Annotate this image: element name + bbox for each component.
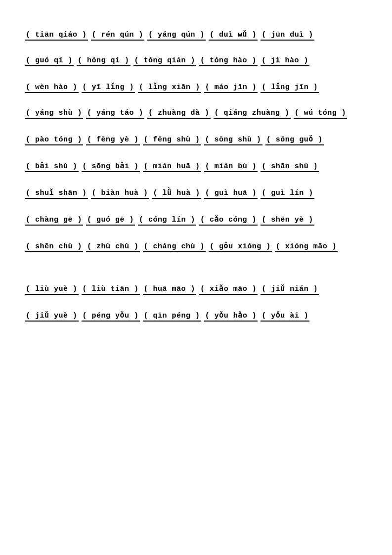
item-text-8-3: ( gǒu xióng ) <box>209 241 272 252</box>
item-3-3: ( qiáng zhuàng ) <box>214 109 291 119</box>
row-0: ( tiān qiáo )( rén qún )( yáng qún )( du… <box>25 30 367 43</box>
item-text-3-2: ( zhuàng dà ) <box>147 109 211 119</box>
item-text-3-1: ( yáng táo ) <box>86 109 144 119</box>
item-text-10-0: ( jiǔ yuè ) <box>25 311 79 322</box>
item-8-2: ( cháng chù ) <box>143 242 206 252</box>
item-text-9-1: ( liù tiān ) <box>82 285 140 295</box>
item-4-3: ( sōng shù ) <box>204 136 262 145</box>
item-text-5-4: ( shān shù ) <box>261 162 319 172</box>
item-9-2: ( huā māo ) <box>143 285 197 295</box>
item-text-1-2: ( tóng qián ) <box>133 56 197 66</box>
item-text-1-1: ( hóng qí ) <box>77 56 131 66</box>
item-1-4: ( jì hào ) <box>261 56 309 66</box>
row-3: ( yáng shù )( yáng táo )( zhuàng dà )( q… <box>25 109 367 121</box>
item-text-2-4: ( lǐng jīn ) <box>261 82 319 93</box>
item-9-4: ( jiǔ nián ) <box>261 284 319 295</box>
item-text-0-3: ( duì wǔ ) <box>209 30 258 41</box>
item-text-5-2: ( mián huā ) <box>143 162 201 172</box>
section-gap <box>25 268 367 284</box>
item-5-1: ( sōng bǎi ) <box>82 161 140 172</box>
item-text-5-3: ( mián bù ) <box>204 162 258 172</box>
item-text-7-3: ( cǎo cóng ) <box>199 215 258 226</box>
item-text-8-2: ( cháng chù ) <box>143 242 206 252</box>
item-5-0: ( bǎi shù ) <box>25 161 79 172</box>
item-9-0: ( liù yuè ) <box>25 285 79 295</box>
item-0-0: ( tiān qiáo ) <box>25 31 88 41</box>
item-2-1: ( yī lǐng ) <box>82 82 135 93</box>
item-text-3-4: ( wú tóng ) <box>294 109 348 119</box>
row-4: ( pào tóng )( fēng yè )( fēng shù )( sōn… <box>25 135 367 147</box>
item-6-0: ( shuǐ shān ) <box>25 188 88 199</box>
item-10-3: ( yǒu hǎo ) <box>204 311 258 322</box>
item-8-1: ( zhù chù ) <box>86 242 140 252</box>
item-text-9-2: ( huā māo ) <box>143 285 197 295</box>
item-text-6-2: ( lǜ huà ) <box>152 188 201 199</box>
item-6-3: ( guì huā ) <box>204 189 258 199</box>
item-8-0: ( shēn chù ) <box>25 242 83 252</box>
item-2-0: ( wèn hào ) <box>25 83 79 93</box>
item-1-3: ( tóng hào ) <box>199 56 258 66</box>
item-text-1-4: ( jì hào ) <box>261 56 309 66</box>
item-text-0-0: ( tiān qiáo ) <box>25 31 88 41</box>
item-text-10-4: ( yǒu ài ) <box>261 311 309 322</box>
item-9-3: ( xiǎo māo ) <box>199 284 258 295</box>
item-text-4-3: ( sōng shù ) <box>204 136 262 145</box>
item-4-2: ( fēng shù ) <box>143 136 201 145</box>
item-7-4: ( shēn yè ) <box>261 216 314 226</box>
item-1-1: ( hóng qí ) <box>77 56 131 66</box>
item-text-7-1: ( guó gē ) <box>86 216 135 226</box>
item-text-8-4: ( xióng māo ) <box>275 242 338 252</box>
item-text-3-0: ( yáng shù ) <box>25 109 83 119</box>
item-text-7-0: ( chàng gē ) <box>25 216 83 226</box>
item-2-4: ( lǐng jīn ) <box>261 82 319 93</box>
item-6-2: ( lǜ huà ) <box>152 188 201 199</box>
item-3-4: ( wú tóng ) <box>294 109 348 119</box>
item-4-0: ( pào tóng ) <box>25 136 83 145</box>
item-text-2-0: ( wèn hào ) <box>25 83 79 93</box>
item-text-0-1: ( rén qún ) <box>91 31 145 41</box>
row-2: ( wèn hào )( yī lǐng )( lǐng xiān )( máo… <box>25 82 367 95</box>
item-text-8-0: ( shēn chù ) <box>25 242 83 252</box>
item-text-6-4: ( guì lín ) <box>261 189 314 199</box>
item-text-7-4: ( shēn yè ) <box>261 216 314 226</box>
item-9-1: ( liù tiān ) <box>82 285 140 295</box>
item-text-3-3: ( qiáng zhuàng ) <box>214 109 291 119</box>
item-5-4: ( shān shù ) <box>261 162 319 172</box>
item-text-1-0: ( guó qí ) <box>25 56 74 66</box>
item-7-2: ( cóng lín ) <box>138 216 196 226</box>
item-4-4: ( sōng guǒ ) <box>265 135 324 145</box>
item-7-1: ( guó gē ) <box>86 216 135 226</box>
item-3-2: ( zhuàng dà ) <box>147 109 211 119</box>
item-text-5-0: ( bǎi shù ) <box>25 161 79 172</box>
item-text-9-4: ( jiǔ nián ) <box>261 284 319 295</box>
item-text-4-2: ( fēng shù ) <box>143 136 201 145</box>
item-7-0: ( chàng gē ) <box>25 216 83 226</box>
item-10-1: ( péng yǒu ) <box>82 311 140 322</box>
item-5-3: ( mián bù ) <box>204 162 258 172</box>
item-4-1: ( fēng yè ) <box>86 136 140 145</box>
item-10-2: ( qīn péng ) <box>143 312 201 322</box>
item-text-4-0: ( pào tóng ) <box>25 136 83 145</box>
item-8-3: ( gǒu xióng ) <box>209 241 272 252</box>
row-1: ( guó qí )( hóng qí )( tóng qián )( tóng… <box>25 56 367 68</box>
item-text-6-0: ( shuǐ shān ) <box>25 188 88 199</box>
item-10-0: ( jiǔ yuè ) <box>25 311 79 322</box>
item-text-4-4: ( sōng guǒ ) <box>265 135 324 145</box>
item-text-4-1: ( fēng yè ) <box>86 136 140 145</box>
item-text-8-1: ( zhù chù ) <box>86 242 140 252</box>
item-text-10-3: ( yǒu hǎo ) <box>204 311 258 322</box>
item-1-0: ( guó qí ) <box>25 56 74 66</box>
item-text-7-2: ( cóng lín ) <box>138 216 196 226</box>
item-text-6-3: ( guì huā ) <box>204 189 258 199</box>
item-0-2: ( yáng qún ) <box>147 31 206 41</box>
item-text-0-2: ( yáng qún ) <box>147 31 206 41</box>
row-7: ( chàng gē )( guó gē )( cóng lín )( cǎo … <box>25 215 367 228</box>
item-3-1: ( yáng táo ) <box>86 109 144 119</box>
item-5-2: ( mián huā ) <box>143 162 201 172</box>
item-3-0: ( yáng shù ) <box>25 109 83 119</box>
item-0-3: ( duì wǔ ) <box>209 30 258 41</box>
item-6-1: ( biàn huà ) <box>91 189 149 199</box>
item-text-1-3: ( tóng hào ) <box>199 56 258 66</box>
item-7-3: ( cǎo cóng ) <box>199 215 258 226</box>
item-text-9-0: ( liù yuè ) <box>25 285 79 295</box>
